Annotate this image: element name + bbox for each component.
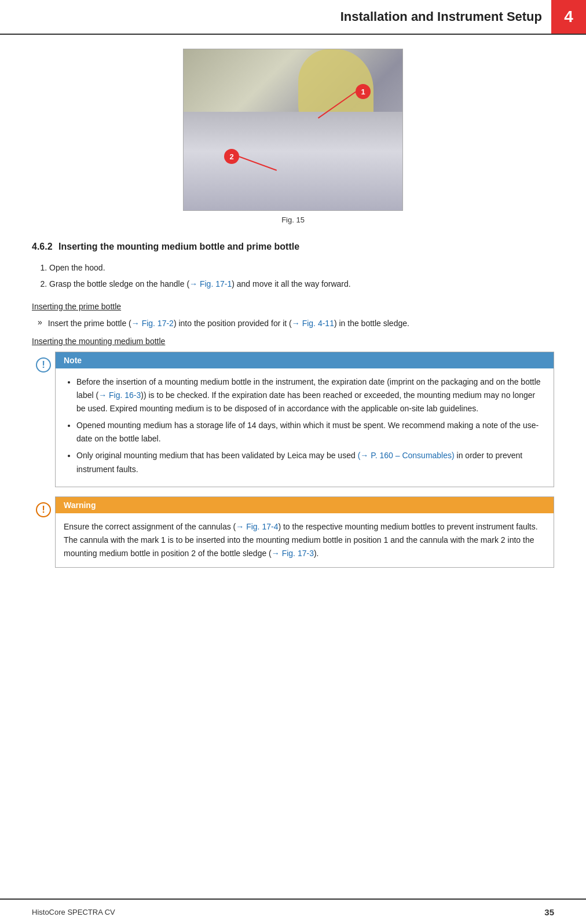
warning-body: Ensure the correct assignment of the can… [56, 513, 554, 567]
note-icon: ! [36, 357, 51, 372]
page-header: Installation and Instrument Setup 4 [0, 0, 586, 35]
ref-fig16-3: → Fig. 16-3 [98, 390, 141, 400]
ref-p160: (→ P. 160 – Consumables) [358, 451, 455, 460]
ref-fig4-11: → Fig. 4-11 [292, 319, 334, 328]
chapter-badge: 4 [551, 0, 586, 34]
ref-fig17-1: → Fig. 17-1 [189, 279, 232, 288]
figure-area: 1 2 Fig. 15 [32, 49, 554, 224]
warning-side-icon-col: ! [32, 496, 55, 568]
step-2: Grasp the bottle sledge on the handle (→… [49, 277, 554, 291]
note-header: Note [56, 352, 554, 368]
warning-header: Warning [56, 497, 554, 513]
prime-bottle-instruction: » Insert the prime bottle (→ Fig. 17-2) … [32, 317, 554, 330]
warning-icon: ! [36, 502, 51, 517]
ref-fig17-2: → Fig. 17-2 [131, 319, 174, 328]
page-title: Installation and Instrument Setup [340, 9, 542, 24]
note-item-2: Opened mounting medium has a storage lif… [76, 419, 545, 445]
header-title-area: Installation and Instrument Setup [0, 0, 551, 34]
callout-1: 1 [356, 84, 371, 99]
figure-image: 1 2 [183, 49, 403, 211]
note-side-icon-col: ! [32, 352, 55, 487]
arrow-bullet: » [38, 317, 42, 327]
section-number: 4.6.2 [32, 242, 53, 251]
note-item-3: Only original mounting medium that has b… [76, 449, 545, 476]
footer-product-name: HistoCore SPECTRA CV [32, 908, 115, 916]
ref-fig17-4: → Fig. 17-4 [236, 522, 278, 531]
warning-box: Warning Ensure the correct assignment of… [55, 496, 554, 568]
section-heading: 4.6.2 Inserting the mounting medium bott… [32, 242, 554, 252]
note-list: Before the insertion of a mounting mediu… [64, 375, 545, 476]
step-1: Open the hood. [49, 261, 554, 275]
note-body: Before the insertion of a mounting mediu… [56, 368, 554, 487]
footer-page-number: 35 [544, 907, 554, 917]
inserting-prime-title: Inserting the prime bottle [32, 302, 554, 311]
main-content: 1 2 Fig. 15 4.6.2 Inserting the mounting… [0, 35, 586, 612]
figure-caption: Fig. 15 [281, 216, 305, 224]
ref-fig17-3: → Fig. 17-3 [272, 549, 314, 558]
prime-bottle-text: Insert the prime bottle (→ Fig. 17-2) in… [48, 317, 409, 330]
instrument-body-shape [184, 112, 402, 210]
note-item-1: Before the insertion of a mounting mediu… [76, 375, 545, 415]
note-box: Note Before the insertion of a mounting … [55, 352, 554, 487]
warning-outer: ! Warning Ensure the correct assignment … [32, 496, 554, 568]
section-title: Inserting the mounting medium bottle and… [58, 242, 299, 251]
inserting-mounting-title: Inserting the mounting medium bottle [32, 337, 554, 346]
step-list: Open the hood. Grasp the bottle sledge o… [32, 261, 554, 291]
page-footer: HistoCore SPECTRA CV 35 [0, 899, 586, 924]
note-outer: ! Note Before the insertion of a mountin… [32, 352, 554, 487]
callout-2: 2 [224, 149, 239, 164]
